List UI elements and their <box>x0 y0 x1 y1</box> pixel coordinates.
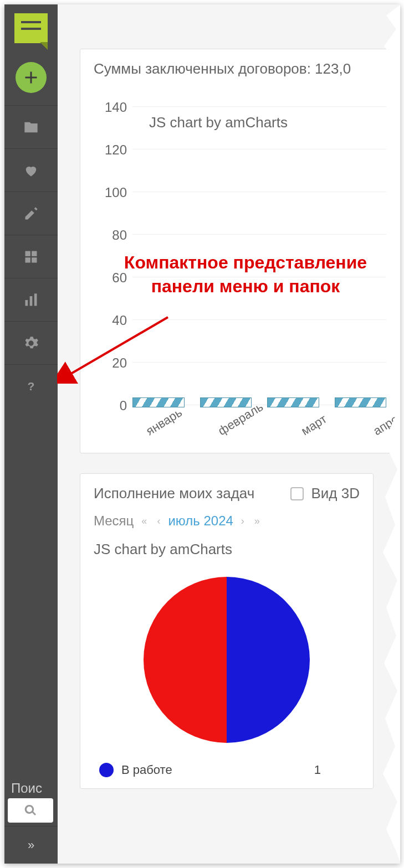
first-month-button[interactable]: « <box>139 515 149 527</box>
legend-item: В работе 1 <box>94 763 360 777</box>
pie-chart <box>144 577 310 743</box>
search-icon <box>24 804 37 817</box>
next-month-button[interactable]: › <box>239 515 247 527</box>
sidebar-item-reports[interactable] <box>4 278 58 321</box>
logo-icon[interactable] <box>4 4 58 52</box>
xtick: март <box>299 412 330 438</box>
sidebar-item-apps[interactable] <box>4 235 58 278</box>
legend-value: 1 <box>314 763 321 777</box>
ytick: 120 <box>94 142 127 158</box>
last-month-button[interactable]: » <box>252 515 262 527</box>
svg-rect-1 <box>32 251 37 256</box>
sidebar: ? Поис » <box>4 4 58 864</box>
svg-rect-3 <box>32 257 37 262</box>
main-content: Суммы заключенных договоров: 123,0 JS ch… <box>58 4 400 864</box>
ytick: 20 <box>94 355 127 371</box>
legend-label: В работе <box>121 763 172 777</box>
expand-sidebar-button[interactable]: » <box>4 826 58 864</box>
month-value[interactable]: июль 2024 <box>168 513 233 529</box>
ytick: 100 <box>94 185 127 200</box>
ytick: 40 <box>94 313 127 328</box>
xtick: январь <box>144 405 185 438</box>
svg-rect-4 <box>25 300 28 306</box>
chart-watermark: JS chart by amCharts <box>94 541 360 558</box>
sidebar-item-folder[interactable] <box>4 105 58 148</box>
sidebar-item-help[interactable]: ? <box>4 364 58 407</box>
bar-chart: JS chart by amCharts 140 120 100 80 60 4… <box>94 87 386 442</box>
sidebar-item-favorites[interactable] <box>4 148 58 192</box>
month-navigator: Месяц « ‹ июль 2024 › » <box>94 513 360 529</box>
search-input[interactable] <box>8 798 53 823</box>
svg-rect-0 <box>25 251 30 256</box>
tasks-panel: Исполнение моих задач Вид 3D Месяц « ‹ и… <box>80 473 374 789</box>
xtick: апрель <box>371 405 400 438</box>
month-label: Месяц <box>94 513 134 529</box>
svg-rect-6 <box>34 293 37 306</box>
ytick: 140 <box>94 100 127 115</box>
panel-title: Суммы заключенных договоров: 123,0 <box>94 60 386 78</box>
contracts-sum-panel: Суммы заключенных договоров: 123,0 JS ch… <box>80 49 400 453</box>
prev-month-button[interactable]: ‹ <box>155 515 162 527</box>
ytick: 80 <box>94 228 127 243</box>
svg-text:?: ? <box>28 380 35 392</box>
panel-title: Исполнение моих задач <box>94 485 254 502</box>
view-3d-checkbox[interactable] <box>290 487 304 500</box>
sidebar-item-settings[interactable] <box>4 321 58 364</box>
add-button[interactable] <box>16 62 47 93</box>
ytick: 60 <box>94 270 127 286</box>
legend-color-icon <box>99 763 114 777</box>
chart-watermark: JS chart by amCharts <box>149 114 288 131</box>
sidebar-item-edit[interactable] <box>4 192 58 235</box>
ytick: 0 <box>94 398 127 414</box>
search-label: Поис <box>8 778 54 798</box>
svg-rect-2 <box>25 257 30 262</box>
svg-rect-5 <box>30 296 33 306</box>
view-3d-label: Вид 3D <box>311 485 360 502</box>
